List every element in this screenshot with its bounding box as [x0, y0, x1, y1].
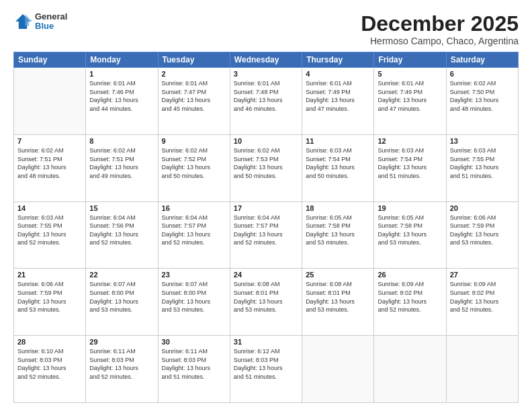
calendar-week-row: 1Sunrise: 6:01 AMSunset: 7:46 PMDaylight…	[14, 68, 519, 135]
col-sunday: Sunday	[14, 52, 86, 68]
day-info: Sunrise: 6:09 AMSunset: 8:02 PMDaylight:…	[450, 280, 515, 314]
day-number: 29	[89, 338, 154, 346]
day-info: Sunrise: 6:06 AMSunset: 7:59 PMDaylight:…	[17, 280, 82, 314]
table-row: 9Sunrise: 6:02 AMSunset: 7:52 PMDaylight…	[158, 134, 230, 201]
day-info: Sunrise: 6:05 AMSunset: 7:58 PMDaylight:…	[306, 214, 370, 247]
day-info: Sunrise: 6:03 AMSunset: 7:54 PMDaylight:…	[378, 146, 442, 180]
day-number: 8	[89, 137, 154, 145]
logo-blue-text: Blue	[35, 21, 67, 31]
location: Hermoso Campo, Chaco, Argentina	[361, 36, 519, 46]
day-number: 6	[450, 70, 515, 78]
col-wednesday: Wednesday	[230, 52, 302, 68]
table-row: 7Sunrise: 6:02 AMSunset: 7:51 PMDaylight…	[14, 134, 86, 201]
table-row: 18Sunrise: 6:05 AMSunset: 7:58 PMDayligh…	[302, 201, 374, 269]
col-thursday: Thursday	[302, 52, 374, 68]
table-row: 19Sunrise: 6:05 AMSunset: 7:58 PMDayligh…	[374, 201, 446, 269]
table-row: 17Sunrise: 6:04 AMSunset: 7:57 PMDayligh…	[230, 201, 302, 269]
day-info: Sunrise: 6:12 AMSunset: 8:03 PMDaylight:…	[234, 347, 298, 381]
table-row: 5Sunrise: 6:01 AMSunset: 7:49 PMDaylight…	[374, 68, 446, 135]
day-number: 23	[162, 271, 226, 279]
table-row: 23Sunrise: 6:07 AMSunset: 8:00 PMDayligh…	[158, 269, 230, 336]
day-number: 11	[306, 137, 370, 145]
table-row: 31Sunrise: 6:12 AMSunset: 8:03 PMDayligh…	[230, 336, 302, 403]
table-row	[14, 68, 86, 135]
day-number: 13	[450, 137, 515, 145]
day-number: 20	[450, 204, 515, 212]
day-info: Sunrise: 6:10 AMSunset: 8:03 PMDaylight:…	[17, 347, 82, 381]
calendar-week-row: 28Sunrise: 6:10 AMSunset: 8:03 PMDayligh…	[14, 336, 519, 403]
month-title: December 2025	[361, 12, 519, 36]
calendar-week-row: 14Sunrise: 6:03 AMSunset: 7:55 PMDayligh…	[14, 201, 519, 269]
day-number: 16	[162, 204, 226, 212]
day-info: Sunrise: 6:02 AMSunset: 7:51 PMDaylight:…	[89, 146, 154, 180]
day-info: Sunrise: 6:01 AMSunset: 7:47 PMDaylight:…	[162, 79, 226, 113]
table-row	[446, 336, 518, 403]
day-number: 31	[234, 338, 298, 346]
table-row: 1Sunrise: 6:01 AMSunset: 7:46 PMDaylight…	[86, 68, 158, 135]
logo-general-text: General	[35, 12, 67, 21]
day-number: 26	[378, 271, 442, 279]
table-row: 6Sunrise: 6:02 AMSunset: 7:50 PMDaylight…	[446, 68, 518, 135]
logo-icon	[13, 12, 32, 31]
table-row: 27Sunrise: 6:09 AMSunset: 8:02 PMDayligh…	[446, 269, 518, 336]
day-number: 1	[89, 70, 154, 78]
col-tuesday: Tuesday	[158, 52, 230, 68]
table-row: 28Sunrise: 6:10 AMSunset: 8:03 PMDayligh…	[14, 336, 86, 403]
day-number: 9	[162, 137, 226, 145]
day-info: Sunrise: 6:04 AMSunset: 7:56 PMDaylight:…	[89, 214, 154, 247]
title-block: December 2025 Hermoso Campo, Chaco, Arge…	[361, 12, 519, 46]
table-row: 14Sunrise: 6:03 AMSunset: 7:55 PMDayligh…	[14, 201, 86, 269]
table-row: 25Sunrise: 6:08 AMSunset: 8:01 PMDayligh…	[302, 269, 374, 336]
table-row: 4Sunrise: 6:01 AMSunset: 7:49 PMDaylight…	[302, 68, 374, 135]
header: General Blue December 2025 Hermoso Campo…	[13, 12, 519, 46]
day-info: Sunrise: 6:02 AMSunset: 7:52 PMDaylight:…	[162, 146, 226, 180]
day-info: Sunrise: 6:09 AMSunset: 8:02 PMDaylight:…	[378, 280, 442, 314]
day-number: 18	[306, 204, 370, 212]
table-row: 29Sunrise: 6:11 AMSunset: 8:03 PMDayligh…	[86, 336, 158, 403]
calendar-week-row: 21Sunrise: 6:06 AMSunset: 7:59 PMDayligh…	[14, 269, 519, 336]
day-info: Sunrise: 6:01 AMSunset: 7:49 PMDaylight:…	[306, 79, 370, 113]
day-number: 24	[234, 271, 298, 279]
day-info: Sunrise: 6:01 AMSunset: 7:48 PMDaylight:…	[234, 79, 298, 113]
day-number: 30	[162, 338, 226, 346]
day-info: Sunrise: 6:01 AMSunset: 7:49 PMDaylight:…	[378, 79, 442, 113]
day-info: Sunrise: 6:08 AMSunset: 8:01 PMDaylight:…	[234, 280, 298, 314]
day-info: Sunrise: 6:03 AMSunset: 7:55 PMDaylight:…	[17, 214, 82, 247]
day-info: Sunrise: 6:01 AMSunset: 7:46 PMDaylight:…	[89, 79, 154, 113]
day-number: 4	[306, 70, 370, 78]
table-row: 11Sunrise: 6:03 AMSunset: 7:54 PMDayligh…	[302, 134, 374, 201]
day-info: Sunrise: 6:05 AMSunset: 7:58 PMDaylight:…	[378, 214, 442, 247]
day-info: Sunrise: 6:02 AMSunset: 7:53 PMDaylight:…	[234, 146, 298, 180]
col-monday: Monday	[86, 52, 158, 68]
table-row	[374, 336, 446, 403]
table-row: 3Sunrise: 6:01 AMSunset: 7:48 PMDaylight…	[230, 68, 302, 135]
table-row: 30Sunrise: 6:11 AMSunset: 8:03 PMDayligh…	[158, 336, 230, 403]
table-row	[302, 336, 374, 403]
day-number: 19	[378, 204, 442, 212]
table-row: 21Sunrise: 6:06 AMSunset: 7:59 PMDayligh…	[14, 269, 86, 336]
table-row: 8Sunrise: 6:02 AMSunset: 7:51 PMDaylight…	[86, 134, 158, 201]
day-number: 14	[17, 204, 82, 212]
day-info: Sunrise: 6:03 AMSunset: 7:55 PMDaylight:…	[450, 146, 515, 180]
logo-text: General Blue	[35, 12, 67, 32]
table-row: 24Sunrise: 6:08 AMSunset: 8:01 PMDayligh…	[230, 269, 302, 336]
col-saturday: Saturday	[446, 52, 518, 68]
day-number: 7	[17, 137, 82, 145]
table-row: 20Sunrise: 6:06 AMSunset: 7:59 PMDayligh…	[446, 201, 518, 269]
table-row: 2Sunrise: 6:01 AMSunset: 7:47 PMDaylight…	[158, 68, 230, 135]
day-info: Sunrise: 6:06 AMSunset: 7:59 PMDaylight:…	[450, 214, 515, 247]
calendar-week-row: 7Sunrise: 6:02 AMSunset: 7:51 PMDaylight…	[14, 134, 519, 201]
table-row: 16Sunrise: 6:04 AMSunset: 7:57 PMDayligh…	[158, 201, 230, 269]
col-friday: Friday	[374, 52, 446, 68]
day-number: 15	[89, 204, 154, 212]
table-row: 26Sunrise: 6:09 AMSunset: 8:02 PMDayligh…	[374, 269, 446, 336]
day-info: Sunrise: 6:11 AMSunset: 8:03 PMDaylight:…	[89, 347, 154, 381]
day-info: Sunrise: 6:07 AMSunset: 8:00 PMDaylight:…	[162, 280, 226, 314]
day-info: Sunrise: 6:03 AMSunset: 7:54 PMDaylight:…	[306, 146, 370, 180]
day-info: Sunrise: 6:02 AMSunset: 7:50 PMDaylight:…	[450, 79, 515, 113]
calendar-header-row: Sunday Monday Tuesday Wednesday Thursday…	[14, 52, 519, 68]
day-info: Sunrise: 6:07 AMSunset: 8:00 PMDaylight:…	[89, 280, 154, 314]
day-number: 28	[17, 338, 82, 346]
day-number: 27	[450, 271, 515, 279]
table-row: 10Sunrise: 6:02 AMSunset: 7:53 PMDayligh…	[230, 134, 302, 201]
